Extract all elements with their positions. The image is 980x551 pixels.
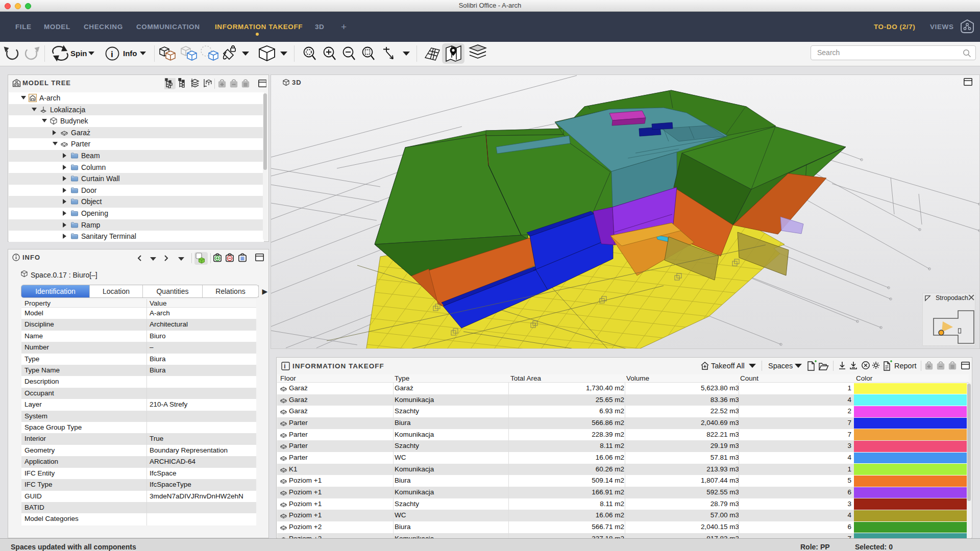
svg-text:Report: Report [894, 362, 917, 370]
svg-text:Info: Info [123, 49, 137, 58]
svg-text:Spin: Spin [70, 49, 87, 58]
svg-text:i: i [284, 363, 285, 370]
svg-text:i: i [111, 49, 113, 59]
svg-text:INFORMATION TAKEOFF: INFORMATION TAKEOFF [292, 362, 384, 370]
svg-text:Takeoff All: Takeoff All [711, 362, 745, 370]
svg-text:Spaces: Spaces [768, 362, 793, 370]
